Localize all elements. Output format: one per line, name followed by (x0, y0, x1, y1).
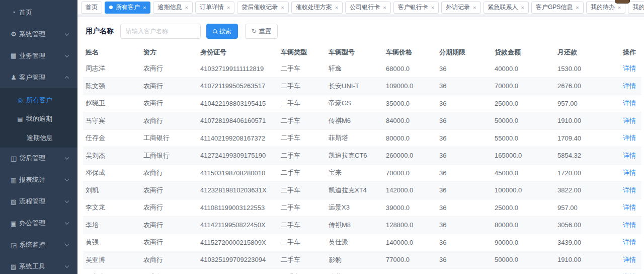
close-icon[interactable]: × (431, 5, 434, 11)
sidebar-item-home[interactable]: ◔首页 (0, 2, 77, 23)
cell-vehicle-type: 二手车 (278, 78, 326, 95)
detail-link[interactable]: 详情 (623, 99, 636, 107)
detail-link[interactable]: 详情 (623, 169, 636, 176)
cell-funder: 农商行 (141, 164, 198, 182)
column-header: 资方 (141, 45, 198, 60)
cell-loan-amount: 25000.0 (492, 95, 555, 112)
detail-link[interactable]: 详情 (623, 152, 636, 159)
tab-7[interactable]: 客户银行卡× (393, 2, 439, 14)
tab-5[interactable]: 催收处理方案× (291, 2, 343, 14)
close-icon[interactable]: × (473, 5, 476, 11)
cell-id-number: 41232819810203631X (198, 182, 278, 199)
sidebar-item-label: 流程管理 (19, 197, 45, 206)
close-icon[interactable]: × (383, 5, 386, 11)
sidebar-item-my-overdue[interactable]: ▤我的逾期 (0, 110, 77, 129)
cell-action: 详情 (620, 251, 641, 269)
username-label: 用户名称 (86, 27, 114, 36)
sidebar-item-label: 所有客户 (26, 96, 52, 105)
cell-name: 吴亚博 (83, 251, 141, 269)
cell-term: 36 (437, 234, 492, 251)
cell-term (437, 268, 492, 274)
tab-2[interactable]: 逾期信息× (153, 2, 192, 14)
tab-10[interactable]: 客户GPS信息× (531, 2, 584, 14)
tab-1[interactable]: 所有客户× (105, 2, 150, 14)
detail-link[interactable]: 详情 (623, 221, 636, 229)
cell-vehicle-type: 二手车 (278, 147, 326, 165)
column-header: 车辆价格 (383, 45, 437, 60)
tab-12[interactable]: 我的流程× (628, 2, 644, 14)
content-card: 用户名称 搜索 ↻ 重置 姓名资方身份证号车辆类型车辆型号 (77, 17, 644, 274)
close-icon[interactable]: × (281, 5, 284, 11)
close-icon[interactable]: × (335, 5, 338, 11)
cell-id-number: 411503198708280010 (198, 164, 278, 182)
detail-link[interactable]: 详情 (623, 82, 636, 90)
chevron-up-icon (65, 76, 69, 80)
tab-3[interactable]: 订单详情× (195, 2, 234, 14)
tab-6[interactable]: 公司银行卡× (345, 2, 390, 14)
tab-label: 贷后催收记录 (242, 3, 278, 12)
cell-funder: 农商行 (141, 199, 198, 217)
cell-id-number: 410327199111112819 (198, 60, 278, 78)
search-button[interactable]: 搜索 (206, 24, 238, 39)
sidebar-item-all-customers[interactable]: ◎所有客户 (0, 91, 77, 110)
close-icon[interactable]: × (521, 5, 524, 11)
cell-id-number: 410728198406160571 (198, 112, 278, 130)
tab-9[interactable]: 紧急联系人× (484, 2, 529, 14)
close-icon[interactable]: × (618, 5, 621, 11)
cell-action: 详情 (620, 164, 641, 182)
detail-link[interactable]: 详情 (623, 203, 636, 211)
cell-monthly-payment: 1910.00 (555, 112, 620, 130)
sidebar-item-label: 报表统计 (19, 175, 45, 184)
cell-vehicle-model: 长安UNI-T (326, 78, 383, 95)
table-row: 任存金工商银行411402199208167372二手车菲斯塔80000.036… (83, 129, 641, 147)
cell-vehicle-price: 128800.0 (383, 217, 437, 234)
close-icon[interactable]: × (185, 5, 188, 11)
detail-link[interactable]: 详情 (623, 238, 636, 246)
customer-name-input[interactable] (120, 24, 201, 39)
sidebar-item-process-management[interactable]: ▧流程管理 (0, 191, 77, 213)
cell-vehicle-model: 英仕派 (326, 234, 383, 251)
reset-button[interactable]: ↻ 重置 (245, 24, 278, 39)
sidebar-item-report-statistics[interactable]: ▥报表统计 (0, 169, 77, 191)
sidebar-item-system-management[interactable]: ⚙系统管理 (0, 23, 77, 45)
close-icon[interactable]: × (227, 5, 230, 11)
column-header: 月还款 (555, 45, 620, 60)
tab-8[interactable]: 外访记录× (441, 2, 480, 14)
sidebar-item-post-loan-management[interactable]: ◫贷后管理 (0, 148, 77, 169)
table-row: 黄强农商行41152720000215809X二手车英仕派140000.0369… (83, 234, 641, 251)
cell-funder: 农商行 (141, 217, 198, 234)
column-header: 姓名 (83, 45, 141, 60)
cell-vehicle-price: 84000.0 (383, 112, 437, 130)
detail-link[interactable]: 详情 (623, 64, 636, 72)
cell-funder: 农商行 (141, 268, 198, 274)
close-icon[interactable]: × (576, 5, 579, 11)
cell-funder: 农商行 (141, 78, 198, 95)
detail-link[interactable]: 详情 (623, 134, 636, 142)
tab-label: 订单详情 (200, 3, 224, 12)
tools-icon: ▨ (9, 263, 19, 270)
chevron-down-icon (65, 242, 69, 246)
tab-0[interactable]: 首页 (81, 2, 102, 14)
cell-term: 36 (437, 95, 492, 112)
cell-vehicle-type: 二手车 (278, 268, 326, 274)
tab-4[interactable]: 贷后催收记录× (237, 2, 288, 14)
detail-link[interactable]: 详情 (623, 256, 636, 263)
avatar[interactable] (615, 0, 630, 4)
sidebar-item-customer-management[interactable]: ♟客户管理 (0, 66, 77, 88)
detail-link[interactable]: 详情 (623, 186, 636, 194)
cell-vehicle-type: 二手车 (278, 217, 326, 234)
cell-term: 36 (437, 251, 492, 269)
cell-vehicle-model: 哈弗H6 (326, 268, 383, 274)
sidebar-item-office-management[interactable]: ▣办公管理 (0, 213, 77, 234)
sidebar-item-system-monitoring[interactable]: ◲系统监控 (0, 234, 77, 256)
tab-label: 紧急联系人 (488, 3, 518, 12)
cell-monthly-payment: 2676.00 (555, 78, 620, 95)
close-icon[interactable]: × (143, 5, 146, 11)
cell-loan-amount: 90000.0 (492, 234, 555, 251)
sidebar-item-business-management[interactable]: ▦业务管理 (0, 45, 77, 66)
sidebar-item-overdue-info[interactable]: 逾期信息 (0, 128, 77, 148)
detail-link[interactable]: 详情 (623, 117, 636, 124)
sidebar-item-system-tools[interactable]: ▨系统工具 (0, 256, 77, 274)
sidebar-submenu-customer-management: ◎所有客户▤我的逾期逾期信息 (0, 88, 77, 148)
report-icon: ▥ (9, 176, 19, 184)
